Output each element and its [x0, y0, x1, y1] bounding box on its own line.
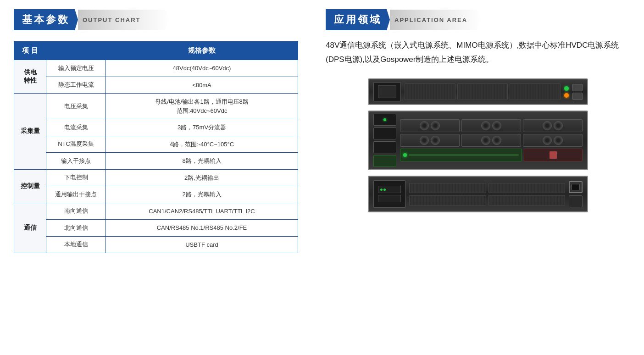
- value-cell: USBTF card: [106, 236, 298, 253]
- col-item-header: [46, 42, 106, 60]
- table-row: NTC温度采集 4路，范围:-40°C~105°C: [14, 136, 298, 153]
- value-cell: 3路，75mV分流器: [106, 119, 298, 136]
- value-cell: CAN1/CAN2/RS485/TTL UART/TTL I2C: [106, 203, 298, 220]
- sub-item-cell: 电流采集: [46, 119, 106, 136]
- sub-item-cell: 输入干接点: [46, 153, 106, 170]
- col-category-header: 项 目: [14, 42, 46, 60]
- right-subtitle: APPLICATION AREA: [390, 10, 482, 30]
- table-row: 通信 南向通信 CAN1/CAN2/RS485/TTL UART/TTL I2C: [14, 203, 298, 220]
- sub-item-cell: 通用输出干接点: [46, 186, 106, 203]
- left-subtitle: OUTPUT CHART: [78, 10, 170, 30]
- right-badge: 应用领域: [326, 9, 390, 30]
- product-image-1: [368, 78, 588, 105]
- table-row: 电流采集 3路，75mV分流器: [14, 119, 298, 136]
- value-cell: 2路,光耦输出: [106, 169, 298, 186]
- value-cell: CAN/RS485 No.1/RS485 No.2/FE: [106, 220, 298, 237]
- category-cell: 供电 特性: [14, 60, 46, 94]
- sub-item-cell: NTC温度采集: [46, 136, 106, 153]
- value-cell: 4路，范围:-40°C~105°C: [106, 136, 298, 153]
- category-cell: 控制量: [14, 169, 46, 203]
- sub-item-cell: 下电控制: [46, 169, 106, 186]
- value-cell: 48Vdc(40Vdc~60Vdc): [106, 60, 298, 77]
- product-image-3: [368, 176, 588, 212]
- table-row: 供电 特性 输入额定电压 48Vdc(40Vdc~60Vdc): [14, 60, 298, 77]
- sub-item-cell: 电压采集: [46, 94, 106, 119]
- right-section: 应用领域 APPLICATION AREA 48V通信电源系统（嵌入式电源系统、…: [316, 9, 630, 346]
- left-section: 基本参数 OUTPUT CHART 项 目 规格参数 供电 特性 输入额定电压 …: [14, 9, 298, 346]
- left-header: 基本参数 OUTPUT CHART: [14, 9, 298, 30]
- value-cell: 8路，光耦输入: [106, 153, 298, 170]
- table-row: 控制量 下电控制 2路,光耦输出: [14, 169, 298, 186]
- category-cell: 采集量: [14, 94, 46, 170]
- table-row: 静态工作电流 <80mA: [14, 77, 298, 94]
- value-cell: 2路，光耦输入: [106, 186, 298, 203]
- product-images: [326, 78, 630, 212]
- table-row: 北向通信 CAN/RS485 No.1/RS485 No.2/FE: [14, 220, 298, 237]
- table-row: 输入干接点 8路，光耦输入: [14, 153, 298, 170]
- right-header: 应用领域 APPLICATION AREA: [326, 9, 630, 30]
- spec-table: 项 目 规格参数 供电 特性 输入额定电压 48Vdc(40Vdc~60Vdc)…: [14, 41, 298, 253]
- app-description: 48V通信电源系统（嵌入式电源系统、MIMO电源系统）,数据中心标准HVDC电源…: [326, 39, 630, 67]
- sub-item-cell: 南向通信: [46, 203, 106, 220]
- product-image-2: [368, 111, 588, 170]
- left-badge: 基本参数: [14, 9, 78, 30]
- table-row: 采集量 电压采集 母线/电池/输出各1路，通用电压8路范围:40Vdc~60Vd…: [14, 94, 298, 119]
- sub-item-cell: 静态工作电流: [46, 77, 106, 94]
- sub-item-cell: 本地通信: [46, 236, 106, 253]
- value-cell: <80mA: [106, 77, 298, 94]
- category-cell: 通信: [14, 203, 46, 253]
- table-row: 本地通信 USBTF card: [14, 236, 298, 253]
- col-value-header: 规格参数: [106, 42, 298, 60]
- sub-item-cell: 输入额定电压: [46, 60, 106, 77]
- page-container: 基本参数 OUTPUT CHART 项 目 规格参数 供电 特性 输入额定电压 …: [0, 0, 644, 355]
- value-cell: 母线/电池/输出各1路，通用电压8路范围:40Vdc~60Vdc: [106, 94, 298, 119]
- table-row: 通用输出干接点 2路，光耦输入: [14, 186, 298, 203]
- sub-item-cell: 北向通信: [46, 220, 106, 237]
